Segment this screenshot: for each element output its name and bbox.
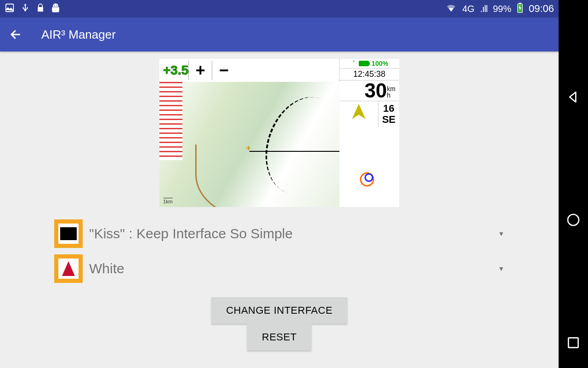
- network-label: 4G: [462, 4, 475, 14]
- theme-label: White: [89, 261, 498, 276]
- preview-vario: +3.5: [163, 63, 188, 78]
- app-title: AIR³ Manager: [41, 28, 116, 42]
- svg-rect-11: [568, 338, 578, 347]
- signal-icon: .ıll: [480, 4, 487, 14]
- nav-back-button[interactable]: [566, 90, 581, 106]
- preview-map: ✈ 1km: [159, 82, 339, 207]
- svg-rect-6: [359, 61, 369, 66]
- back-button[interactable]: [9, 28, 23, 41]
- lock-icon: [36, 3, 45, 15]
- preview-speed: 30km h: [339, 80, 399, 101]
- change-interface-button[interactable]: CHANGE INTERFACE: [211, 297, 347, 324]
- preview-battery: 100%: [339, 59, 399, 69]
- status-bar: 4G .ıll 99% 09:06: [0, 0, 559, 17]
- interface-preview: +3.5 + − 630m 100% 12:45:38 30km h 16SE: [159, 59, 399, 207]
- svg-rect-4: [519, 3, 521, 4]
- preview-minus: −: [212, 61, 235, 80]
- reset-button[interactable]: RESET: [247, 324, 311, 351]
- interface-dropdown[interactable]: "Kiss" : Keep Interface So Simple ▼: [54, 216, 504, 251]
- svg-point-2: [57, 5, 57, 6]
- wifi-icon: [446, 2, 457, 16]
- chevron-down-icon: ▼: [498, 265, 504, 272]
- theme-icon: [54, 254, 83, 283]
- theme-dropdown[interactable]: White ▼: [54, 251, 504, 286]
- svg-point-1: [54, 5, 55, 6]
- nav-home-button[interactable]: [566, 213, 581, 229]
- svg-point-9: [365, 174, 373, 181]
- android-icon: [51, 3, 61, 15]
- preview-plus: +: [188, 61, 212, 80]
- system-nav-bar: [559, 0, 588, 368]
- battery-icon: [517, 3, 523, 15]
- chevron-down-icon: ▼: [498, 230, 504, 237]
- image-icon: [5, 3, 15, 15]
- app-bar: AIR³ Manager: [0, 17, 559, 52]
- battery-percent: 99%: [493, 4, 511, 14]
- interface-icon: [54, 219, 83, 248]
- interface-label: "Kiss" : Keep Interface So Simple: [89, 226, 498, 242]
- clock: 09:06: [529, 3, 554, 15]
- svg-point-10: [568, 214, 579, 225]
- nav-recent-button[interactable]: [566, 335, 581, 352]
- svg-rect-7: [369, 62, 370, 65]
- usb-icon: [20, 3, 30, 15]
